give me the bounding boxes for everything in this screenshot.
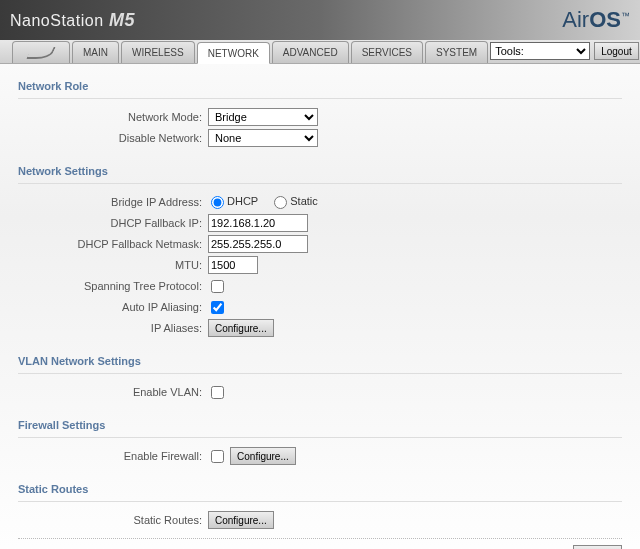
logout-button[interactable]: Logout (594, 42, 639, 60)
mtu-input[interactable] (208, 256, 258, 274)
label-network-mode: Network Mode: (18, 111, 208, 123)
divider (18, 183, 622, 184)
logout-label: Logout (601, 46, 632, 57)
brand-tm: ™ (621, 11, 630, 21)
content: Network Role Network Mode: Bridge Disabl… (0, 64, 640, 549)
tab-logo[interactable] (12, 41, 70, 63)
divider (18, 373, 622, 374)
tab-network[interactable]: NETWORK (197, 42, 270, 64)
footer: Change (18, 538, 622, 549)
row-auto-ip: Auto IP Aliasing: (18, 297, 622, 317)
section-network-role: Network Role (18, 80, 622, 92)
network-mode-select[interactable]: Bridge (208, 108, 318, 126)
tab-wireless[interactable]: WIRELESS (121, 41, 195, 63)
bridge-ip-static-radio[interactable] (274, 196, 287, 209)
row-static-routes: Static Routes: Configure... (18, 510, 622, 530)
section-vlan-settings: VLAN Network Settings (18, 355, 622, 367)
configure-label: Configure... (237, 451, 289, 462)
dhcp-fallback-netmask-input[interactable] (208, 235, 308, 253)
tab-main[interactable]: MAIN (72, 41, 119, 63)
label-disable-network: Disable Network: (18, 132, 208, 144)
divider (18, 437, 622, 438)
bridge-ip-dhcp-label: DHCP (227, 195, 258, 207)
stp-checkbox[interactable] (211, 280, 224, 293)
tab-advanced[interactable]: ADVANCED (272, 41, 349, 63)
row-mtu: MTU: (18, 255, 622, 275)
tab-bar: MAIN WIRELESS NETWORK ADVANCED SERVICES … (0, 40, 640, 64)
ip-aliases-configure-button[interactable]: Configure... (208, 319, 274, 337)
label-stp: Spanning Tree Protocol: (18, 280, 208, 292)
tab-advanced-label: ADVANCED (283, 47, 338, 58)
label-dhcp-fallback-netmask: DHCP Fallback Netmask: (18, 238, 208, 250)
tab-network-label: NETWORK (208, 48, 259, 59)
disable-network-select[interactable]: None (208, 129, 318, 147)
dhcp-fallback-ip-input[interactable] (208, 214, 308, 232)
auto-ip-checkbox[interactable] (211, 301, 224, 314)
row-dhcp-fallback-netmask: DHCP Fallback Netmask: (18, 234, 622, 254)
label-enable-firewall: Enable Firewall: (18, 450, 208, 462)
section-firewall-settings: Firewall Settings (18, 419, 622, 431)
row-enable-firewall: Enable Firewall: Configure... (18, 446, 622, 466)
bridge-ip-dhcp-radio[interactable] (211, 196, 224, 209)
divider (18, 98, 622, 99)
tab-services[interactable]: SERVICES (351, 41, 423, 63)
row-ip-aliases: IP Aliases: Configure... (18, 318, 622, 338)
change-button[interactable]: Change (573, 545, 622, 549)
row-network-mode: Network Mode: Bridge (18, 107, 622, 127)
tools-select[interactable]: Tools: (490, 42, 590, 60)
product-name-b: M5 (104, 10, 136, 30)
row-dhcp-fallback-ip: DHCP Fallback IP: (18, 213, 622, 233)
label-ip-aliases: IP Aliases: (18, 322, 208, 334)
brand-logo: AirOS™ (562, 7, 630, 33)
enable-firewall-checkbox[interactable] (211, 450, 224, 463)
firewall-configure-button[interactable]: Configure... (230, 447, 296, 465)
product-name-a: NanoStation (10, 12, 104, 29)
product-name: NanoStation M5 (10, 10, 135, 31)
tab-system[interactable]: SYSTEM (425, 41, 488, 63)
label-static-routes: Static Routes: (18, 514, 208, 526)
label-bridge-ip: Bridge IP Address: (18, 196, 208, 208)
brand-os: OS (589, 7, 621, 32)
bridge-ip-static-label: Static (290, 195, 318, 207)
row-enable-vlan: Enable VLAN: (18, 382, 622, 402)
row-stp: Spanning Tree Protocol: (18, 276, 622, 296)
ubnt-logo-icon (26, 47, 56, 59)
tab-system-label: SYSTEM (436, 47, 477, 58)
brand-air: Air (562, 7, 589, 32)
label-dhcp-fallback-ip: DHCP Fallback IP: (18, 217, 208, 229)
section-network-settings: Network Settings (18, 165, 622, 177)
row-bridge-ip: Bridge IP Address: DHCP Static (18, 192, 622, 212)
tab-wireless-label: WIRELESS (132, 47, 184, 58)
label-mtu: MTU: (18, 259, 208, 271)
header-bar: NanoStation M5 AirOS™ (0, 0, 640, 40)
configure-label: Configure... (215, 515, 267, 526)
divider (18, 501, 622, 502)
toolbar-right: Tools: Logout (490, 39, 640, 63)
enable-vlan-checkbox[interactable] (211, 386, 224, 399)
label-enable-vlan: Enable VLAN: (18, 386, 208, 398)
tab-main-label: MAIN (83, 47, 108, 58)
static-routes-configure-button[interactable]: Configure... (208, 511, 274, 529)
tab-services-label: SERVICES (362, 47, 412, 58)
label-auto-ip: Auto IP Aliasing: (18, 301, 208, 313)
section-static-routes: Static Routes (18, 483, 622, 495)
configure-label: Configure... (215, 323, 267, 334)
row-disable-network: Disable Network: None (18, 128, 622, 148)
